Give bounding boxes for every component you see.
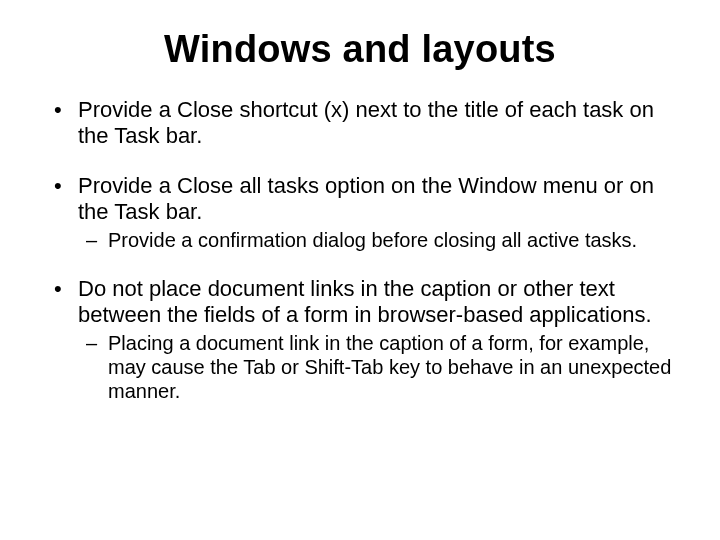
sub-bullet-text: Placing a document link in the caption o… [108, 332, 671, 401]
bullet-item: Provide a Close shortcut (x) next to the… [78, 97, 672, 149]
sub-bullet-list: Placing a document link in the caption o… [78, 332, 672, 403]
bullet-text: Do not place document links in the capti… [78, 276, 652, 327]
bullet-list: Provide a Close shortcut (x) next to the… [48, 97, 672, 403]
slide-title: Windows and layouts [48, 28, 672, 71]
bullet-item: Provide a Close all tasks option on the … [78, 173, 672, 253]
sub-bullet-text: Provide a confirmation dialog before clo… [108, 229, 637, 251]
bullet-text: Provide a Close shortcut (x) next to the… [78, 97, 654, 148]
sub-bullet-list: Provide a confirmation dialog before clo… [78, 229, 672, 253]
bullet-item: Do not place document links in the capti… [78, 276, 672, 403]
sub-bullet-item: Provide a confirmation dialog before clo… [108, 229, 672, 253]
sub-bullet-item: Placing a document link in the caption o… [108, 332, 672, 403]
bullet-text: Provide a Close all tasks option on the … [78, 173, 654, 224]
